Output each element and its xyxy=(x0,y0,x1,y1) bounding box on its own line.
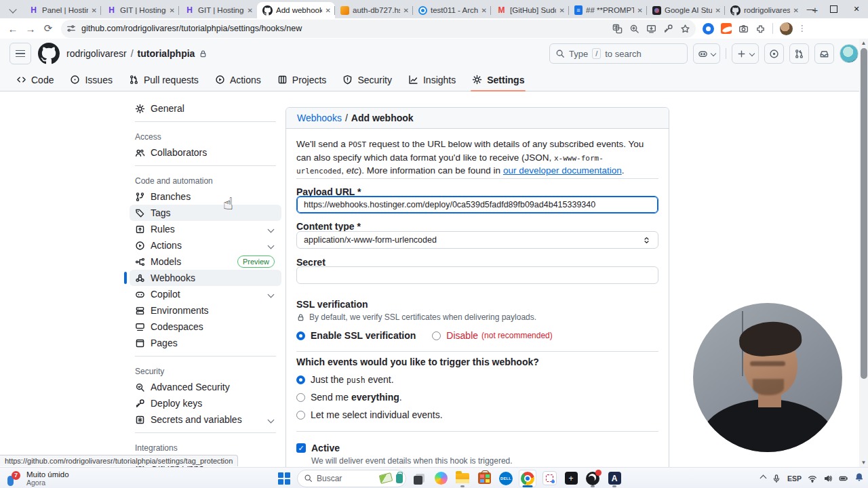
notifications-bell-icon[interactable] xyxy=(854,472,864,485)
volume-icon[interactable] xyxy=(823,474,833,483)
disable-ssl-radio[interactable] xyxy=(432,331,441,340)
everything-radio[interactable] xyxy=(296,393,305,402)
dell-app-icon[interactable]: DELL xyxy=(497,470,515,487)
file-explorer-icon[interactable] xyxy=(454,470,471,487)
sidebar-item-rules[interactable]: Rules xyxy=(130,221,281,237)
tab-auth-db727-hstg[interactable]: auth-db727.hstg...✕ xyxy=(335,2,413,18)
save-screen-icon[interactable] xyxy=(646,24,656,34)
inbox-button[interactable] xyxy=(814,43,834,64)
address-bar[interactable]: github.com/rodrigolivaresr/tutorialphpia… xyxy=(61,20,696,38)
sidebar-item-copilot[interactable]: Copilot xyxy=(130,286,281,302)
tab-close-icon[interactable]: ✕ xyxy=(637,7,643,14)
start-button[interactable] xyxy=(275,470,293,487)
tab-test011-archivo[interactable]: test011 - Archivo...✕ xyxy=(413,2,491,18)
tab-close-icon[interactable]: ✕ xyxy=(793,7,799,14)
sidebar-item-environments[interactable]: Environments xyxy=(130,302,281,319)
language-indicator[interactable]: ESP xyxy=(787,474,802,483)
taskbar-search[interactable]: Buscar xyxy=(297,470,406,487)
tab-close-icon[interactable]: ✕ xyxy=(481,7,487,14)
push-event-radio[interactable] xyxy=(296,375,305,384)
forward-button[interactable]: → xyxy=(22,20,39,37)
minimize-button[interactable]: — xyxy=(799,0,822,18)
tab-prompt-fil[interactable]: ≡## **PROMPT FIl...✕ xyxy=(569,2,647,18)
create-new-button[interactable] xyxy=(732,43,759,64)
tab-close-icon[interactable]: ✕ xyxy=(92,7,97,14)
issues-dashboard-button[interactable] xyxy=(764,43,784,64)
task-view-button[interactable] xyxy=(410,470,428,487)
scrollbar-thumb[interactable] xyxy=(861,48,867,379)
zoom-icon[interactable] xyxy=(629,24,639,34)
chrome-icon[interactable] xyxy=(519,470,536,487)
back-button[interactable]: ← xyxy=(4,20,22,37)
extension-blue-icon[interactable] xyxy=(703,23,714,35)
event-option-everything[interactable]: Send me everything. xyxy=(296,392,402,403)
tab-close-icon[interactable]: ✕ xyxy=(403,7,409,14)
pull-requests-dashboard-button[interactable] xyxy=(789,43,809,64)
tab-code[interactable]: Code xyxy=(9,69,60,91)
tab-rodrigolivaresr-tu[interactable]: rodrigolivaresr/tu...✕ xyxy=(725,2,803,18)
tab-pull-requests[interactable]: Pull requests xyxy=(122,69,205,91)
tab-projects[interactable]: Projects xyxy=(271,69,334,91)
enable-ssl-label[interactable]: Enable SSL verification xyxy=(311,330,416,341)
tab-close-icon[interactable]: ✕ xyxy=(170,7,175,14)
sidebar-item-tags[interactable]: Tags xyxy=(130,205,281,221)
tab-add-webhook[interactable]: Add webhook✕ xyxy=(257,2,335,18)
sidebar-item-collaborators[interactable]: Collaborators xyxy=(130,144,281,161)
extensions-puzzle-icon[interactable] xyxy=(755,24,766,34)
tab-actions[interactable]: Actions xyxy=(208,69,268,91)
tab-close-icon[interactable]: ✕ xyxy=(326,7,331,14)
github-logo[interactable] xyxy=(38,43,60,64)
browser-menu-icon[interactable]: … xyxy=(800,24,810,33)
tab-google-ai-studio[interactable]: Google AI Studio✕ xyxy=(647,2,725,18)
scroll-down-icon[interactable]: ▼ xyxy=(859,460,868,466)
copilot-button[interactable] xyxy=(693,43,720,64)
close-button[interactable]: ✕ xyxy=(845,0,868,18)
tab-settings[interactable]: Settings xyxy=(465,69,531,91)
tab-security[interactable]: Security xyxy=(336,69,399,91)
browser-profile-avatar[interactable] xyxy=(780,22,793,35)
event-option-push[interactable]: Just the push event. xyxy=(296,374,394,385)
tab-search-icon[interactable] xyxy=(4,1,22,18)
repo-owner-link[interactable]: rodrigolivaresr xyxy=(66,48,127,59)
secret-input[interactable] xyxy=(296,266,658,284)
payload-url-input[interactable] xyxy=(296,196,658,214)
tab-close-icon[interactable]: ✕ xyxy=(559,7,565,14)
enable-ssl-radio[interactable] xyxy=(296,331,305,340)
tab-git-hostinger[interactable]: HGIT | Hostinger✕ xyxy=(179,2,257,18)
tab-panel-hostinger[interactable]: HPanel | Hostinger✕ xyxy=(23,2,101,18)
page-scrollbar[interactable]: ▲ ▼ xyxy=(859,39,868,467)
sidebar-item-models[interactable]: ModelsPreview xyxy=(130,253,281,270)
reload-button[interactable]: ⟳ xyxy=(39,20,57,37)
microsoft-store-icon[interactable] xyxy=(475,470,493,487)
sidebar-item-secrets-and-variables[interactable]: Secrets and variables xyxy=(130,411,281,428)
tab-issues[interactable]: Issues xyxy=(63,69,119,91)
sidebar-item-pages[interactable]: Pages xyxy=(130,335,281,351)
sidebar-item-advanced-security[interactable]: Advanced Security xyxy=(130,379,281,395)
github-search-input[interactable]: Type / to search xyxy=(549,43,688,64)
sidebar-item-general[interactable]: General xyxy=(130,100,281,117)
tab-git-hostinger[interactable]: HGIT | Hostinger✕ xyxy=(101,2,179,18)
copilot-app-icon[interactable] xyxy=(432,470,450,487)
sidebar-item-actions[interactable]: Actions xyxy=(130,237,281,253)
bookmark-star-icon[interactable] xyxy=(680,24,690,34)
event-option-individual[interactable]: Let me select individual events. xyxy=(296,409,443,420)
developer-docs-link[interactable]: our developer documentation xyxy=(503,165,622,176)
extension-orange-icon[interactable] xyxy=(721,23,732,34)
password-key-icon[interactable] xyxy=(663,24,673,34)
battery-icon[interactable] xyxy=(839,474,848,483)
sidebar-item-webhooks[interactable]: Webhooks xyxy=(130,270,281,286)
site-info-icon[interactable] xyxy=(66,24,76,33)
active-checkbox[interactable]: ✓ xyxy=(296,443,306,453)
individual-events-radio[interactable] xyxy=(296,411,305,420)
obs-studio-icon[interactable] xyxy=(584,470,601,487)
sidebar-item-branches[interactable]: Branches xyxy=(130,188,281,205)
microphone-icon[interactable] xyxy=(772,474,781,483)
hamburger-menu-button[interactable] xyxy=(9,43,31,64)
url-text[interactable]: github.com/rodrigolivaresr/tutorialphpia… xyxy=(81,24,302,33)
disable-ssl-label[interactable]: Disable xyxy=(446,330,478,341)
sidebar-item-codespaces[interactable]: Codespaces xyxy=(130,319,281,335)
tab-github-sudo-en[interactable]: M[GitHub] Sudo en...✕ xyxy=(491,2,569,18)
sidebar-item-deploy-keys[interactable]: Deploy keys xyxy=(130,395,281,411)
tab-close-icon[interactable]: ✕ xyxy=(715,7,721,14)
weather-widget[interactable]: 7 Muito úmido Agora xyxy=(5,470,69,487)
